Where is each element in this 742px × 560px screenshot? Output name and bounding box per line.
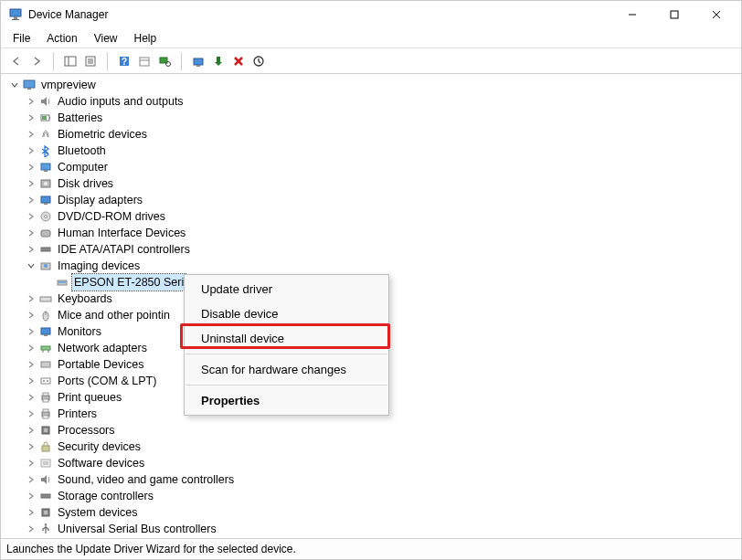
tree-root[interactable]: vmpreview [5,77,737,93]
chevron-right-icon[interactable] [25,111,37,124]
chevron-right-icon[interactable] [25,440,37,453]
enable-device-button[interactable] [208,51,228,71]
tree-node[interactable]: Sound, video and game controllers [5,471,737,488]
chevron-right-icon[interactable] [25,473,37,486]
maximize-button[interactable] [653,1,695,28]
ctx-separator [186,385,387,386]
tree-node[interactable]: Security devices [5,438,737,455]
chevron-right-icon[interactable] [25,210,37,223]
tree-node[interactable]: Software devices [5,455,737,471]
svg-point-18 [166,61,171,66]
chevron-down-icon[interactable] [8,79,21,91]
menu-view[interactable]: View [86,30,126,47]
menu-file[interactable]: File [5,30,38,47]
tree-node[interactable]: Display adapters [5,192,737,208]
device-category-icon [38,308,53,322]
titlebar: Device Manager [1,1,741,28]
scanner-icon [55,275,69,290]
chevron-down-icon[interactable] [25,259,37,272]
tree-node[interactable]: Computer [5,159,737,175]
forward-button[interactable] [26,51,47,71]
ctx-update-driver[interactable]: Update driver [185,277,388,301]
svg-rect-46 [40,297,51,301]
tree-node-label: Disk drives [56,175,115,192]
tree-node-label: Mice and other pointin [56,307,172,323]
window-title: Device Manager [28,8,611,21]
ctx-scan-hardware[interactable]: Scan for hardware changes [185,357,388,382]
tree-node[interactable]: Imaging devices [5,258,737,274]
menu-action[interactable]: Action [38,30,85,47]
minimize-button[interactable] [611,1,653,28]
back-button[interactable] [6,51,26,71]
chevron-right-icon[interactable] [25,375,37,387]
device-category-icon [38,160,53,174]
tree-node[interactable]: IDE ATA/ATAPI controllers [5,241,737,258]
tree-node[interactable]: Bluetooth [5,143,737,159]
chevron-right-icon[interactable] [25,128,37,141]
svg-point-57 [43,380,45,382]
update-driver-button[interactable] [188,51,208,71]
device-category-icon [38,291,53,306]
chevron-right-icon[interactable] [25,490,37,502]
tree-node[interactable]: Disk drives [5,175,737,192]
chevron-right-icon[interactable] [25,309,37,322]
svg-point-43 [44,264,48,268]
calendar-icon[interactable] [134,51,154,71]
chevron-right-icon[interactable] [25,227,37,239]
tree-node[interactable]: Audio inputs and outputs [5,93,737,110]
ctx-disable-device[interactable]: Disable device [185,301,388,326]
tree-node[interactable]: DVD/CD-ROM drives [5,208,737,225]
chevron-right-icon[interactable] [25,523,37,535]
tree-node-label: IDE ATA/ATAPI controllers [56,241,192,258]
properties-button[interactable] [80,51,101,71]
scan-hardware-button[interactable] [154,51,175,71]
tree-node[interactable]: Storage controllers [5,488,737,504]
svg-text:?: ? [122,57,127,67]
status-text: Launches the Update Driver Wizard for th… [6,543,296,555]
tree-node[interactable]: Biometric devices [5,126,737,143]
chevron-right-icon[interactable] [25,407,37,420]
chevron-right-icon[interactable] [25,358,37,371]
device-category-icon [38,176,53,191]
context-menu: Update driver Disable device Uninstall d… [184,274,389,416]
chevron-right-icon[interactable] [25,194,37,206]
tree-node-label: Security devices [56,438,143,455]
svg-rect-20 [196,65,200,67]
chevron-right-icon[interactable] [25,424,37,437]
tree-node[interactable]: Processors [5,422,737,438]
chevron-right-icon[interactable] [25,161,37,174]
device-category-icon [38,357,53,372]
svg-rect-35 [44,203,48,205]
show-hide-console-button[interactable] [60,51,80,71]
chevron-right-icon[interactable] [25,325,37,338]
chevron-right-icon[interactable] [25,177,37,190]
chevron-right-icon[interactable] [25,457,37,470]
chevron-right-icon[interactable] [25,95,37,108]
tree-node-label: Biometric devices [56,126,149,143]
svg-point-58 [47,380,48,382]
tree-node[interactable]: System devices [5,504,737,521]
ctx-separator [186,354,387,354]
chevron-right-icon[interactable] [25,144,37,157]
uninstall-button[interactable] [228,51,249,71]
svg-rect-29 [42,116,47,120]
chevron-right-icon[interactable] [25,292,37,305]
svg-rect-7 [65,57,76,66]
chevron-right-icon[interactable] [25,391,37,404]
tree-node[interactable]: Batteries [5,110,737,126]
menu-help[interactable]: Help [126,30,165,47]
chevron-right-icon[interactable] [25,342,37,354]
ctx-uninstall-device[interactable]: Uninstall device [185,326,388,351]
device-category-icon [38,127,53,142]
tree-node[interactable]: Universal Serial Bus controllers [5,521,737,537]
chevron-right-icon[interactable] [25,243,37,256]
tree-node[interactable]: Human Interface Devices [5,225,737,241]
ctx-properties[interactable]: Properties [185,388,388,413]
help-button[interactable]: ? [114,51,134,71]
svg-rect-4 [671,11,678,18]
close-button[interactable] [695,1,737,28]
disable-device-button[interactable] [249,51,269,71]
svg-rect-67 [42,446,49,451]
tree-node-label: Network adapters [56,340,149,356]
chevron-right-icon[interactable] [25,506,37,519]
